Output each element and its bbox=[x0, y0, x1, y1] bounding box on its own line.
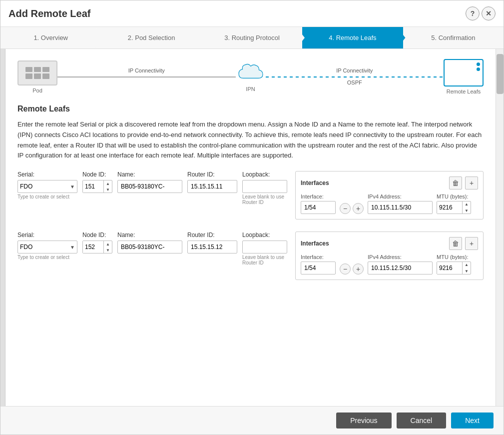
interfaces-title-2: Interfaces bbox=[301, 240, 329, 247]
router-id-input-1[interactable] bbox=[187, 180, 237, 193]
name-input-2[interactable] bbox=[117, 240, 182, 254]
router-id-input-2[interactable] bbox=[187, 240, 237, 254]
iface-field-group-1: Interface: bbox=[301, 194, 336, 214]
leaf-row-wrapper-1: Serial: FDO ▼ Type to create or select N… bbox=[17, 171, 484, 220]
serial-field-1: Serial: FDO ▼ Type to create or select bbox=[17, 171, 77, 200]
mtu-input-2[interactable] bbox=[437, 262, 462, 274]
router-id-label-2: Router ID: bbox=[187, 232, 237, 238]
iface-actions-1: − + bbox=[340, 203, 364, 214]
mtu-down-2[interactable]: ▼ bbox=[463, 268, 471, 274]
node-id-field-1: Node ID: ▲ ▼ bbox=[82, 171, 112, 193]
loopback-hint-1: Leave blank to use Router ID bbox=[242, 194, 287, 205]
leaf-entry-2: Serial: FDO ▼ Type to create or select N… bbox=[17, 232, 484, 280]
topo-remote-leafs-node: Remote Leafs bbox=[444, 59, 484, 94]
scrollbar[interactable] bbox=[496, 49, 504, 406]
previous-button[interactable]: Previous bbox=[336, 412, 391, 428]
topo-line-2: IP Connectivity OSPF bbox=[266, 76, 444, 78]
loopback-hint-2: Leave blank to use Router ID bbox=[242, 254, 287, 266]
serial-chevron-1: ▼ bbox=[70, 184, 75, 190]
dialog-body: Pod IP Connectivity IPN IP Connectivity … bbox=[0, 49, 504, 406]
loopback-input-2[interactable] bbox=[242, 240, 287, 254]
interfaces-panel-1: Interfaces 🗑 + Interface: bbox=[295, 171, 484, 220]
dialog-title: Add Remote Leaf bbox=[8, 8, 90, 20]
node-id-text-1[interactable] bbox=[83, 180, 103, 192]
cancel-button[interactable]: Cancel bbox=[397, 412, 447, 428]
ipv4-input-1[interactable] bbox=[368, 201, 433, 214]
serial-hint-2: Type to create or select bbox=[17, 254, 77, 260]
mtu-input-1[interactable] bbox=[437, 202, 462, 214]
ipv4-label-1: IPv4 Address: bbox=[368, 194, 433, 200]
close-button[interactable]: ✕ bbox=[482, 6, 496, 20]
interfaces-header-1: Interfaces 🗑 + bbox=[301, 176, 478, 190]
delete-interface-btn-1[interactable]: 🗑 bbox=[449, 176, 462, 190]
serial-hint-1: Type to create or select bbox=[17, 194, 77, 200]
delete-interface-btn-2[interactable]: 🗑 bbox=[449, 237, 462, 250]
mtu-label-2: MTU (bytes): bbox=[437, 254, 471, 260]
node-id-field-2: Node ID: ▲ ▼ bbox=[82, 232, 112, 254]
topo-remote-label: Remote Leafs bbox=[447, 88, 481, 94]
help-button[interactable]: ? bbox=[466, 6, 480, 20]
interfaces-section-2: Interfaces 🗑 + Interface: bbox=[295, 232, 484, 280]
add-iface-btn-2[interactable]: + bbox=[353, 264, 364, 274]
node-id-input-2[interactable]: ▲ ▼ bbox=[82, 240, 112, 254]
serial-chevron-2: ▼ bbox=[70, 244, 75, 250]
topo-pod-node: Pod bbox=[17, 60, 57, 94]
node-id-input-1[interactable]: ▲ ▼ bbox=[82, 180, 112, 193]
topo-ipn-label: IPN bbox=[246, 86, 255, 92]
topo-line-2-label: IP Connectivity bbox=[336, 68, 373, 74]
serial-dropdown-1[interactable]: FDO ▼ bbox=[17, 180, 77, 193]
remove-iface-btn-1[interactable]: − bbox=[340, 203, 351, 214]
remove-iface-btn-2[interactable]: − bbox=[340, 264, 351, 274]
node-id-text-2[interactable] bbox=[83, 241, 103, 253]
serial-field-2: Serial: FDO ▼ Type to create or select bbox=[17, 232, 77, 260]
panel-actions-1: 🗑 + bbox=[449, 176, 478, 190]
add-interface-btn-1[interactable]: + bbox=[465, 176, 478, 190]
mtu-up-2[interactable]: ▲ bbox=[463, 262, 471, 268]
wizard-steps: 1. Overview 2. Pod Selection 3. Routing … bbox=[0, 27, 504, 49]
node-id-up-2[interactable]: ▲ bbox=[104, 241, 112, 247]
step-remote-leafs[interactable]: 4. Remote Leafs bbox=[302, 27, 403, 48]
iface-input-1[interactable] bbox=[301, 201, 336, 214]
ipv4-field-group-2: IPv4 Address: bbox=[368, 254, 433, 274]
step-pod-selection[interactable]: 2. Pod Selection bbox=[101, 27, 201, 48]
router-id-label-1: Router ID: bbox=[187, 171, 237, 178]
mtu-wrap-2[interactable]: ▲ ▼ bbox=[437, 262, 471, 274]
name-input-1[interactable] bbox=[117, 180, 182, 193]
node-id-down-2[interactable]: ▼ bbox=[104, 247, 112, 253]
dialog-header: Add Remote Leaf ? ✕ bbox=[0, 0, 504, 27]
add-iface-btn-1[interactable]: + bbox=[353, 203, 364, 214]
ipv4-input-2[interactable] bbox=[368, 262, 433, 274]
mtu-down-1[interactable]: ▼ bbox=[463, 208, 471, 214]
step-routing-protocol[interactable]: 3. Routing Protocol bbox=[202, 27, 302, 48]
node-id-up-1[interactable]: ▲ bbox=[104, 180, 112, 186]
router-id-field-2: Router ID: bbox=[187, 232, 237, 254]
serial-dropdown-2[interactable]: FDO ▼ bbox=[17, 240, 77, 254]
leaf-fields-2: Serial: FDO ▼ Type to create or select N… bbox=[17, 232, 287, 270]
interfaces-panel-2: Interfaces 🗑 + Interface: bbox=[295, 232, 484, 280]
next-button[interactable]: Next bbox=[451, 412, 494, 428]
node-id-label-2: Node ID: bbox=[82, 232, 112, 238]
scrollbar-thumb[interactable] bbox=[497, 54, 504, 94]
interfaces-header-2: Interfaces 🗑 + bbox=[301, 237, 478, 250]
add-interface-btn-2[interactable]: + bbox=[465, 237, 478, 250]
leaf-fields-1: Serial: FDO ▼ Type to create or select N… bbox=[17, 171, 287, 209]
mtu-wrap-1[interactable]: ▲ ▼ bbox=[437, 201, 471, 214]
topo-ipn-node: IPN bbox=[236, 62, 266, 92]
node-id-down-1[interactable]: ▼ bbox=[104, 186, 112, 192]
iface-input-2[interactable] bbox=[301, 262, 336, 274]
iface-label-2: Interface: bbox=[301, 254, 336, 260]
loopback-field-1: Loopback: Leave blank to use Router ID bbox=[242, 171, 287, 205]
loopback-input-1[interactable] bbox=[242, 180, 287, 193]
ipv4-label-2: IPv4 Address: bbox=[368, 254, 433, 260]
mtu-field-group-2: MTU (bytes): ▲ ▼ bbox=[437, 254, 471, 274]
mtu-field-group-1: MTU (bytes): ▲ ▼ bbox=[437, 194, 471, 214]
ipv4-field-group-1: IPv4 Address: bbox=[368, 194, 433, 214]
step-confirmation[interactable]: 5. Confirmation bbox=[403, 27, 504, 48]
router-id-field-1: Router ID: bbox=[187, 171, 237, 193]
step-overview[interactable]: 1. Overview bbox=[0, 27, 101, 48]
interfaces-title-1: Interfaces bbox=[301, 180, 329, 186]
mtu-up-1[interactable]: ▲ bbox=[463, 201, 471, 208]
interface-row-2: Interface: − + IPv4 Address: bbox=[301, 254, 478, 274]
interfaces-section-1: Interfaces 🗑 + Interface: bbox=[295, 171, 484, 220]
topo-pod-label: Pod bbox=[32, 88, 42, 94]
